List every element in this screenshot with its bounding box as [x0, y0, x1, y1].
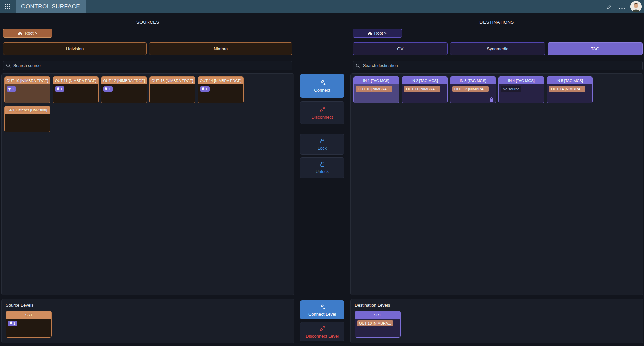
source-card[interactable]: OUT 14 [NIMBRA EDGE] 1 — [198, 76, 244, 103]
breadcrumb-label: Root > — [25, 31, 37, 36]
locked-icon — [489, 97, 494, 102]
connected-source-chip: OUT 11 [NIMBRA... — [404, 86, 440, 92]
disconnect-level-label: Disconnect Level — [306, 334, 339, 339]
unlock-button[interactable]: Unlock — [300, 157, 344, 178]
source-group-tabs: HaivisionNimbra — [3, 42, 292, 55]
badge-count: 1 — [60, 87, 62, 91]
badge-count: 1 — [13, 321, 15, 325]
disconnect-label: Disconnect — [311, 115, 333, 120]
breadcrumb-label: Root > — [374, 31, 386, 36]
edit-pencil-button[interactable] — [605, 3, 613, 11]
lock-label: Lock — [318, 146, 327, 151]
search-icon — [6, 63, 11, 68]
connection-count-badge: 1 — [8, 321, 17, 326]
destination-levels-heading: Destination Levels — [353, 303, 640, 308]
source-card[interactable]: OUT 13 [NIMBRA EDGE] — [149, 76, 195, 103]
search-icon — [356, 63, 360, 68]
connection-count-badge: 1 — [7, 86, 16, 92]
group-button-haivision[interactable]: Haivision — [3, 42, 147, 55]
plug-connect-icon — [319, 79, 326, 86]
connect-level-button[interactable]: Connect Level — [300, 300, 344, 319]
top-bar: CONTROL SURFACE — [0, 0, 644, 13]
destination-levels-panel: Destination Levels SRT OUT 10 [NIMBRA... — [350, 299, 643, 343]
connect-label: Connect — [314, 88, 330, 93]
source-breadcrumb-root[interactable]: Root > — [3, 29, 52, 38]
level-card-title: SRT — [6, 311, 51, 319]
badge-count: 1 — [205, 87, 208, 91]
destination-card[interactable]: IN 2 [TAG MCS] OUT 11 [NIMBRA... — [402, 76, 448, 103]
group-button-nimbra[interactable]: Nimbra — [149, 42, 293, 55]
source-card-title: OUT 14 [NIMBRA EDGE] — [198, 77, 243, 84]
plug-connect-icon — [319, 303, 326, 310]
lock-button[interactable]: Lock — [300, 134, 344, 155]
lock-icon — [319, 138, 325, 144]
source-card-title: OUT 13 [NIMBRA EDGE] — [150, 77, 195, 84]
ellipsis-icon — [619, 7, 625, 9]
destination-card[interactable]: IN 3 [TAG MCS] OUT 12 [NIMBRA... — [450, 76, 496, 103]
destination-card-title: IN 5 [TAG MCS] — [547, 77, 592, 84]
grid-icon — [5, 4, 11, 10]
source-card-title: OUT 10 [NIMBRA EDGE] — [5, 77, 50, 84]
home-icon — [18, 31, 22, 35]
plug-disconnect-icon — [319, 325, 326, 332]
disconnect-level-button[interactable]: Disconnect Level — [300, 322, 344, 341]
group-button-tag[interactable]: TAG — [548, 42, 643, 55]
connected-source-chip: OUT 12 [NIMBRA... — [452, 86, 489, 92]
home-icon — [368, 31, 372, 35]
destination-search-box — [353, 61, 643, 70]
unlock-label: Unlock — [316, 169, 329, 174]
destination-level-card[interactable]: SRT OUT 10 [NIMBRA... — [355, 311, 401, 338]
connected-source-chip: OUT 14 [NIMBRA... — [549, 86, 585, 92]
source-card[interactable]: OUT 10 [NIMBRA EDGE] 1 — [4, 76, 50, 103]
connected-source-chip: OUT 10 [NIMBRA... — [356, 86, 392, 92]
source-level-card[interactable]: SRT 1 — [6, 311, 52, 338]
connect-button[interactable]: Connect — [300, 74, 344, 98]
destination-card[interactable]: IN 5 [TAG MCS] OUT 14 [NIMBRA... — [547, 76, 593, 103]
connection-count-badge: 1 — [200, 86, 210, 92]
group-button-gv[interactable]: GV — [353, 42, 448, 55]
destination-card-title: IN 3 [TAG MCS] — [450, 77, 496, 84]
destination-card[interactable]: IN 1 [TAG MCS] OUT 10 [NIMBRA... — [353, 76, 399, 103]
destinations-heading: DESTINATIONS — [350, 20, 643, 25]
disconnect-button[interactable]: Disconnect — [300, 101, 344, 124]
source-search-box — [3, 61, 292, 70]
destination-card-title: IN 1 [TAG MCS] — [354, 77, 399, 84]
search-source-input[interactable] — [13, 63, 289, 68]
more-options-button[interactable] — [618, 5, 626, 12]
pencil-icon — [606, 4, 612, 10]
app-title: CONTROL SURFACE — [16, 0, 86, 13]
source-card-title: OUT 12 [NIMBRA EDGE] — [101, 77, 147, 84]
source-card-title: OUT 11 [NIMBRA EDGE] — [53, 77, 98, 84]
source-card[interactable]: SRT Listener [Haivision] — [4, 106, 50, 132]
source-card-title: SRT Listener [Haivision] — [5, 106, 50, 114]
group-button-synamedia[interactable]: Synamedia — [450, 42, 545, 55]
level-card-title: SRT — [355, 311, 400, 319]
connected-source-chip: OUT 10 [NIMBRA... — [357, 320, 393, 326]
no-source-chip: No source — [501, 86, 521, 92]
source-levels-panel: Source Levels SRT 1 — [1, 299, 294, 343]
destination-breadcrumb-root[interactable]: Root > — [353, 29, 402, 38]
source-card-grid: OUT 10 [NIMBRA EDGE] 1 OUT 11 [NIMBRA ED… — [1, 73, 294, 295]
destination-card-title: IN 2 [TAG MCS] — [402, 77, 447, 84]
app-launcher-button[interactable] — [3, 2, 13, 11]
source-card[interactable]: OUT 11 [NIMBRA EDGE] 1 — [53, 76, 99, 103]
destination-card-grid: IN 1 [TAG MCS] OUT 10 [NIMBRA... IN 2 [T… — [350, 73, 643, 295]
user-avatar[interactable] — [630, 1, 642, 12]
sources-heading: SOURCES — [1, 20, 294, 25]
connect-level-label: Connect Level — [308, 312, 336, 317]
source-card[interactable]: OUT 12 [NIMBRA EDGE] 1 — [101, 76, 147, 103]
connection-count-badge: 1 — [103, 86, 113, 92]
plug-disconnect-icon — [319, 106, 326, 113]
destination-card-title: IN 4 [TAG MCS] — [499, 77, 544, 84]
source-levels-heading: Source Levels — [4, 303, 291, 308]
badge-count: 1 — [109, 87, 111, 91]
destination-group-tabs: GVSynamediaTAG — [353, 42, 643, 55]
destination-card[interactable]: IN 4 [TAG MCS] No source — [498, 76, 544, 103]
badge-count: 1 — [12, 87, 14, 91]
unlock-icon — [319, 161, 325, 167]
search-destination-input[interactable] — [363, 63, 640, 68]
connection-count-badge: 1 — [55, 86, 64, 92]
